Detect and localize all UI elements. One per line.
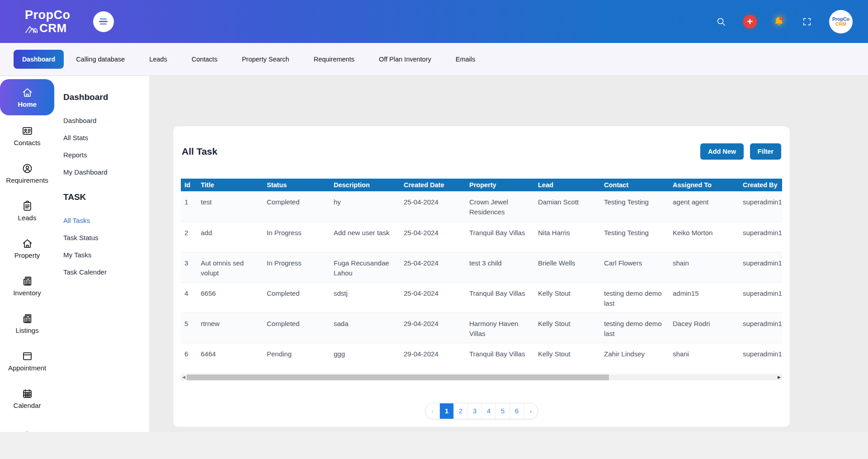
table-cell: testing demo demo last xyxy=(601,282,670,312)
table-cell: testing demo demo last xyxy=(601,312,670,343)
pagination-page-2[interactable]: 2 xyxy=(453,403,467,419)
submenu-item-my-dashboard[interactable]: My Dashboard xyxy=(63,168,145,176)
table-header-row: IdTitleStatusDescriptionCreated DateProp… xyxy=(181,179,782,191)
table-row[interactable]: 1testCompletedhy25-04-2024Crown Jewel Re… xyxy=(181,191,782,222)
pagination-page-1[interactable]: 1 xyxy=(439,403,453,419)
pagination: ‹123456› xyxy=(425,403,538,419)
column-header-lead: Lead xyxy=(535,179,601,191)
add-new-button[interactable]: Add New xyxy=(700,143,744,160)
tab-calling-database[interactable]: Calling database xyxy=(64,56,137,63)
window-icon xyxy=(22,350,33,362)
table-cell: Carl Flowers xyxy=(601,252,670,282)
table-cell: 25-04-2024 xyxy=(401,282,467,312)
sidebar-item-leads[interactable]: Leads xyxy=(0,192,54,230)
submenu-item-all-tasks[interactable]: All Tasks xyxy=(63,217,145,224)
sidebar-item-partial[interactable] xyxy=(0,417,54,432)
table-cell: Kelly Stout xyxy=(535,343,601,373)
table-cell: superadmin1 xyxy=(740,343,782,373)
table-row[interactable]: 66464Pendingggg29-04-2024Tranquil Bay Vi… xyxy=(181,343,782,373)
table-cell: Harmony Haven Villas xyxy=(467,312,535,343)
table-cell: add xyxy=(198,222,264,252)
pagination-next[interactable]: › xyxy=(524,403,538,419)
tab-requirements[interactable]: Requirements xyxy=(302,56,367,63)
table-row[interactable]: 3Aut omnis sed voluptIn ProgressFuga Rec… xyxy=(181,252,782,282)
sidebar-item-contacts[interactable]: Contacts xyxy=(0,117,54,155)
table-cell: test xyxy=(198,191,264,222)
newspaper-icon xyxy=(22,275,33,287)
submenu-item-reports[interactable]: Reports xyxy=(63,151,145,159)
search-icon[interactable] xyxy=(715,16,727,28)
column-header-description: Description xyxy=(331,179,401,191)
sidebar-item-inventory[interactable]: Inventory xyxy=(0,267,54,305)
table-cell: sada xyxy=(331,312,401,343)
tab-off-plan-inventory[interactable]: Off Plan Inventory xyxy=(367,56,443,63)
house-icon xyxy=(22,238,33,249)
sidebar-item-requirements[interactable]: Requirements xyxy=(0,155,54,192)
scroll-right-arrow-icon[interactable]: ▶ xyxy=(776,374,782,380)
table-row[interactable]: 5rtrnewCompletedsada29-04-2024Harmony Ha… xyxy=(181,312,782,343)
app-header: PropCo CRM + xyxy=(0,0,868,43)
brand-name-bottom: CRM xyxy=(39,22,67,34)
table-cell: Tranquil Bay Villas xyxy=(467,282,535,312)
sidebar-item-label: Appointment xyxy=(8,364,46,372)
pagination-page-4[interactable]: 4 xyxy=(481,403,495,419)
table-cell: Brielle Wells xyxy=(535,252,601,282)
submenu-section-task: TASKAll TasksTask StatusMy TasksTask Cal… xyxy=(63,192,145,276)
user-avatar[interactable]: PropCo CRM xyxy=(829,10,853,33)
table-cell: Completed xyxy=(264,282,331,312)
sidebar-toggle-button[interactable] xyxy=(93,11,114,32)
table-cell: Aut omnis sed volupt xyxy=(198,252,264,282)
filter-button[interactable]: Filter xyxy=(750,143,781,160)
scrollbar-thumb[interactable] xyxy=(187,374,609,380)
horizontal-scrollbar[interactable]: ◀ ▶ xyxy=(181,374,782,380)
table-cell: In Progress xyxy=(264,252,331,282)
fullscreen-icon[interactable] xyxy=(801,16,813,28)
sidebar-item-label: Contacts xyxy=(14,139,40,147)
pagination-page-3[interactable]: 3 xyxy=(467,403,481,419)
tab-dashboard[interactable]: Dashboard xyxy=(14,50,64,69)
sidebar-item-listings[interactable]: Listings xyxy=(0,305,54,342)
pagination-prev[interactable]: ‹ xyxy=(425,403,439,419)
column-header-assigned-to: Assigned To xyxy=(670,179,740,191)
secondary-sidebar: DashboardDashboardAll StatsReportsMy Das… xyxy=(54,76,149,432)
scroll-left-arrow-icon[interactable]: ◀ xyxy=(181,374,187,380)
table-cell: Completed xyxy=(264,312,331,343)
task-table: IdTitleStatusDescriptionCreated DateProp… xyxy=(181,179,782,374)
submenu-heading: TASK xyxy=(63,192,145,202)
table-cell: superadmin1 xyxy=(740,191,782,222)
notifications-bell-icon[interactable] xyxy=(773,16,785,28)
submenu-item-task-status[interactable]: Task Status xyxy=(63,234,145,241)
page-title: All Task xyxy=(182,146,217,157)
table-cell: 5 xyxy=(181,312,198,343)
tab-property-search[interactable]: Property Search xyxy=(230,56,302,63)
pagination-page-6[interactable]: 6 xyxy=(509,403,524,419)
sidebar-item-property[interactable]: Property xyxy=(0,230,54,267)
submenu-item-my-tasks[interactable]: My Tasks xyxy=(63,251,145,259)
tab-contacts[interactable]: Contacts xyxy=(179,56,230,63)
table-cell: Add new user task xyxy=(331,222,401,252)
column-header-property: Property xyxy=(467,179,535,191)
pagination-page-5[interactable]: 5 xyxy=(495,403,509,419)
table-row[interactable]: 46656Completedsdstj25-04-2024Tranquil Ba… xyxy=(181,282,782,312)
table-cell: 29-04-2024 xyxy=(401,312,467,343)
add-new-icon[interactable]: + xyxy=(743,15,757,28)
table-row[interactable]: 2addIn ProgressAdd new user task25-04-20… xyxy=(181,222,782,252)
sidebar-item-calendar[interactable]: Calendar xyxy=(0,380,54,417)
table-cell: ggg xyxy=(331,343,401,373)
column-header-contact: Contact xyxy=(601,179,670,191)
column-header-status: Status xyxy=(264,179,331,191)
hamburger-icon xyxy=(100,19,107,20)
sidebar-item-appointment[interactable]: Appointment xyxy=(0,342,54,380)
submenu-item-dashboard[interactable]: Dashboard xyxy=(63,117,145,124)
sidebar-item-home[interactable]: Home xyxy=(0,79,54,115)
header-actions: + PropCo CRM xyxy=(715,10,853,33)
sidebar-item-label: Property xyxy=(14,251,40,259)
tab-leads[interactable]: Leads xyxy=(137,56,179,63)
submenu-item-task-calender[interactable]: Task Calender xyxy=(63,268,145,276)
sidebar-item-label: Requirements xyxy=(6,176,48,184)
table-cell: Fuga Recusandae Lahou xyxy=(331,252,401,282)
submenu-item-all-stats[interactable]: All Stats xyxy=(63,134,145,142)
tab-emails[interactable]: Emails xyxy=(443,56,488,63)
brand-name-top: PropCo xyxy=(25,9,71,21)
table-cell: 4 xyxy=(181,282,198,312)
